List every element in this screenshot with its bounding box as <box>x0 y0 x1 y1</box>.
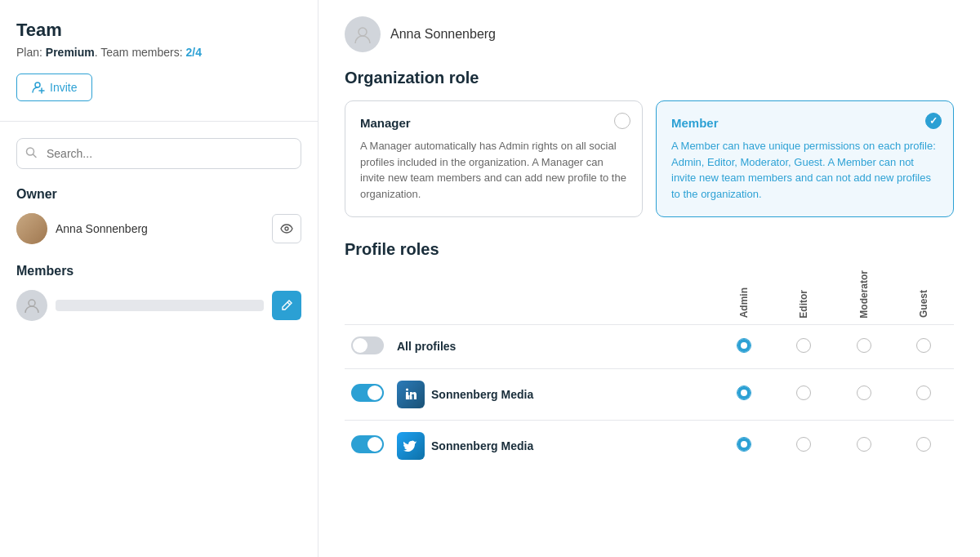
person-icon <box>23 296 41 314</box>
eye-icon <box>280 224 293 234</box>
li-admin-radio[interactable] <box>737 385 751 400</box>
admin-label: Admin <box>738 283 750 318</box>
plan-info: Plan: Premium. Team members: 2/4 <box>16 46 301 59</box>
view-owner-button[interactable] <box>272 214 301 243</box>
all-moderator-radio[interactable] <box>857 338 871 353</box>
search-wrapper <box>16 138 301 169</box>
toggle-knob <box>368 437 382 452</box>
member-title: Member <box>671 116 938 130</box>
tw-admin-radio-cell <box>714 420 773 471</box>
member-avatar <box>16 290 47 321</box>
tw-toggle[interactable] <box>351 435 384 453</box>
tw-toggle-cell <box>345 420 390 471</box>
plan-label: Plan: <box>16 46 42 59</box>
sidebar-title: Team <box>16 20 301 41</box>
svg-line-7 <box>287 302 290 305</box>
tw-profile-name: Sonnenberg Media <box>431 439 533 452</box>
members-count: 2/4 <box>186 46 202 59</box>
all-toggle-cell <box>345 324 390 368</box>
member-desc: A Member can have unique permissions on … <box>671 138 938 202</box>
li-profile-inner: in Sonnenberg Media <box>397 381 707 408</box>
tw-profile-icon <box>397 432 425 460</box>
member-row <box>16 290 301 321</box>
table-row: Sonnenberg Media <box>345 420 954 471</box>
manager-radio[interactable] <box>614 113 630 129</box>
role-cards: Manager A Manager automatically has Admi… <box>345 100 954 217</box>
moderator-label: Moderator <box>858 265 870 319</box>
li-profile-name: Sonnenberg Media <box>431 388 533 401</box>
svg-point-0 <box>35 82 40 87</box>
li-editor-radio[interactable] <box>796 385 811 400</box>
tw-editor-radio-cell <box>774 420 834 471</box>
members-section-label: Members <box>16 264 301 278</box>
guest-col-header: Guest <box>893 259 954 324</box>
all-editor-radio-cell <box>774 324 834 368</box>
owner-avatar <box>16 213 47 244</box>
member-radio[interactable] <box>925 113 942 129</box>
svg-point-6 <box>29 300 35 306</box>
search-input[interactable] <box>16 138 301 169</box>
edit-member-button[interactable] <box>272 291 301 320</box>
owner-section-label: Owner <box>16 187 301 202</box>
toggle-knob <box>368 385 382 400</box>
linkedin-icon: in <box>403 386 419 403</box>
editor-col-header: Editor <box>774 259 834 324</box>
li-moderator-radio[interactable] <box>857 385 871 400</box>
invite-label: Invite <box>50 81 77 94</box>
li-admin-radio-cell <box>714 368 773 420</box>
svg-point-8 <box>359 28 367 36</box>
all-moderator-radio-cell <box>834 324 893 368</box>
toggle-col-header <box>345 259 390 324</box>
tw-moderator-radio[interactable] <box>857 437 871 452</box>
profile-roles-title: Profile roles <box>345 240 954 259</box>
li-toggle-cell <box>345 368 390 420</box>
all-admin-radio[interactable] <box>737 338 751 353</box>
svg-point-5 <box>285 227 288 230</box>
tw-admin-radio[interactable] <box>737 437 751 452</box>
role-card-manager[interactable]: Manager A Manager automatically has Admi… <box>345 100 643 217</box>
main-panel: Anna Sonnenberg Organization role Manage… <box>318 0 980 557</box>
org-role-title: Organization role <box>345 69 954 87</box>
editor-label: Editor <box>798 285 809 319</box>
all-admin-radio-cell <box>714 324 773 368</box>
profile-name-col-header <box>390 259 714 324</box>
tw-profile-inner: Sonnenberg Media <box>397 432 707 460</box>
sidebar: Team Plan: Premium. Team members: 2/4 In… <box>0 0 318 557</box>
pencil-icon <box>280 299 293 312</box>
owner-row: Anna Sonnenberg <box>16 213 301 244</box>
plan-name: Premium <box>46 46 95 59</box>
li-toggle[interactable] <box>351 384 384 402</box>
role-card-member[interactable]: Member A Member can have unique permissi… <box>656 100 954 217</box>
table-row: in Sonnenberg Media <box>345 368 954 420</box>
tw-profile-name-cell: Sonnenberg Media <box>390 420 714 471</box>
moderator-col-header: Moderator <box>834 259 893 324</box>
invite-button[interactable]: Invite <box>16 74 92 101</box>
user-name: Anna Sonnenberg <box>390 27 496 42</box>
li-guest-radio-cell <box>893 368 954 420</box>
members-label: Team members: <box>100 46 182 59</box>
twitter-icon <box>403 438 419 454</box>
li-moderator-radio-cell <box>834 368 893 420</box>
manager-desc: A Manager automatically has Admin rights… <box>360 138 627 202</box>
manager-title: Manager <box>360 116 627 130</box>
guest-label: Guest <box>918 285 929 318</box>
li-editor-radio-cell <box>774 368 834 420</box>
all-profiles-toggle[interactable] <box>351 336 384 354</box>
all-guest-radio-cell <box>893 324 954 368</box>
tw-guest-radio[interactable] <box>916 437 931 452</box>
all-guest-radio[interactable] <box>916 338 931 353</box>
all-editor-radio[interactable] <box>796 338 811 353</box>
svg-text:in: in <box>406 393 412 401</box>
member-name-placeholder <box>56 300 264 311</box>
li-guest-radio[interactable] <box>916 385 931 400</box>
table-row: All profiles <box>345 324 954 368</box>
user-person-icon <box>352 24 373 45</box>
user-avatar <box>345 16 381 52</box>
li-profile-name-cell: in Sonnenberg Media <box>390 368 714 420</box>
tw-guest-radio-cell <box>893 420 954 471</box>
tw-editor-radio[interactable] <box>796 437 811 452</box>
all-profiles-name: All profiles <box>390 324 714 368</box>
user-header: Anna Sonnenberg <box>345 16 954 52</box>
tw-moderator-radio-cell <box>834 420 893 471</box>
admin-col-header: Admin <box>714 259 773 324</box>
